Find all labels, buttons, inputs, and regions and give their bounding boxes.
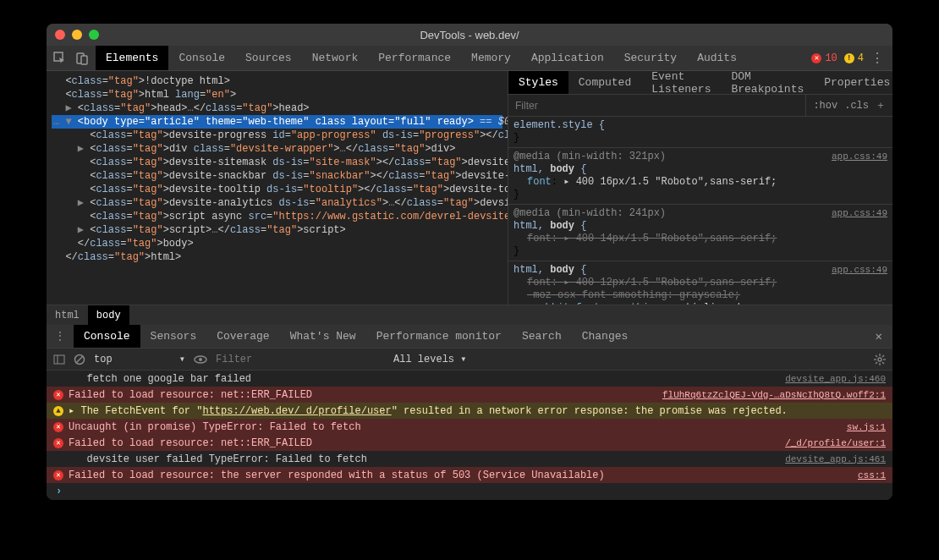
console-input-row[interactable]: ›: [47, 483, 892, 500]
dom-node[interactable]: <class="tag">devsite-tooltip ds-is="tool…: [52, 183, 502, 196]
svg-rect-3: [54, 355, 64, 364]
tab-memory[interactable]: Memory: [461, 46, 521, 70]
console-row[interactable]: ✕Failed to load resource: net::ERR_FAILE…: [47, 435, 892, 451]
drawer-close-icon[interactable]: ✕: [865, 329, 892, 343]
log-levels-selector[interactable]: All levels ▾: [393, 353, 466, 365]
console-settings-icon[interactable]: [874, 354, 886, 365]
rule-source-link[interactable]: app.css:49: [832, 151, 887, 163]
styles-panel: StylesComputedEvent ListenersDOM Breakpo…: [508, 71, 892, 305]
sidebar-toggle-icon[interactable]: [53, 354, 65, 365]
dom-node[interactable]: <class="tag">devsite-snackbar ds-is="sna…: [52, 169, 502, 183]
svg-line-14: [876, 355, 877, 357]
drawer-tab-changes[interactable]: Changes: [572, 325, 639, 348]
tab-sources[interactable]: Sources: [235, 46, 302, 70]
tab-audits[interactable]: Audits: [687, 46, 747, 70]
more-menu-icon[interactable]: ⋮: [870, 50, 884, 67]
drawer: ⋮ ConsoleSensorsCoverageWhat's NewPerfor…: [47, 325, 892, 500]
message-source-link[interactable]: css:1: [858, 470, 886, 480]
drawer-tabs: ⋮ ConsoleSensorsCoverageWhat's NewPerfor…: [47, 325, 892, 349]
clear-console-icon[interactable]: [74, 354, 85, 365]
crumb-body[interactable]: body: [88, 305, 129, 325]
device-toggle-icon[interactable]: [75, 52, 89, 65]
tab-console[interactable]: Console: [168, 46, 235, 70]
new-rule-button[interactable]: ＋: [876, 98, 886, 113]
svg-point-9: [878, 358, 881, 361]
dom-node[interactable]: <class="tag">script async src="https://w…: [52, 210, 502, 223]
css-rule[interactable]: app.css:49@media (min-width: 241px)html,…: [508, 205, 892, 261]
console-row[interactable]: ✕Failed to load resource: the server res…: [47, 467, 892, 483]
css-rules-list[interactable]: element.style {}app.css:49@media (min-wi…: [508, 117, 892, 305]
styles-tab-event-listeners[interactable]: Event Listeners: [641, 71, 721, 94]
drawer-tab-search[interactable]: Search: [512, 325, 572, 348]
tab-application[interactable]: Application: [521, 46, 614, 70]
crumb-html[interactable]: html: [47, 305, 88, 325]
dom-node[interactable]: <class="tag">devsite-progress id="app-pr…: [52, 129, 502, 142]
drawer-tab-coverage[interactable]: Coverage: [206, 325, 279, 348]
styles-tab-properties[interactable]: Properties: [814, 71, 892, 94]
drawer-tab-what-s-new[interactable]: What's New: [280, 325, 366, 348]
message-source-link[interactable]: flUhRq6tzZclQEJ-Vdg-…aDsNcIhQ8tQ.woff2:1: [662, 390, 886, 400]
styles-tab-computed[interactable]: Computed: [568, 71, 641, 94]
dom-node[interactable]: ▶ <class="tag">script>…</class="tag">scr…: [52, 223, 502, 237]
error-icon: ✕: [53, 422, 63, 432]
elements-tree-panel[interactable]: <class="tag">!doctype html> <class="tag"…: [47, 71, 508, 305]
error-icon: ✕: [53, 470, 63, 480]
tab-security[interactable]: Security: [614, 46, 687, 70]
dom-node[interactable]: <class="tag">!doctype html>: [52, 74, 502, 88]
styles-tab-dom-breakpoints[interactable]: DOM Breakpoints: [721, 71, 814, 94]
dom-node[interactable]: <class="tag">devsite-sitemask ds-is="sit…: [52, 156, 502, 169]
drawer-tab-sensors[interactable]: Sensors: [140, 325, 207, 348]
dom-node[interactable]: </class="tag">html>: [52, 250, 502, 264]
minimize-window-button[interactable]: [72, 30, 82, 40]
main-toolbar: ElementsConsoleSourcesNetworkPerformance…: [47, 46, 892, 71]
cls-toggle[interactable]: .cls: [844, 100, 869, 112]
devtools-window: DevTools - web.dev/ ElementsConsoleSourc…: [47, 24, 892, 500]
console-toolbar: top ▾ All levels ▾: [47, 349, 892, 371]
rule-source-link[interactable]: app.css:49: [832, 207, 887, 220]
message-source-link[interactable]: devsite_app.js:461: [785, 454, 886, 464]
console-row[interactable]: ▲▸ The FetchEvent for "https://web.dev/_…: [47, 403, 892, 419]
dom-node[interactable]: ▶ <class="tag">div class="devsite-wrappe…: [52, 142, 502, 156]
svg-point-8: [199, 358, 202, 361]
console-row[interactable]: ✕Uncaught (in promise) TypeError: Failed…: [47, 419, 892, 435]
inspect-icon[interactable]: [53, 52, 67, 65]
svg-line-6: [76, 356, 83, 363]
context-selector[interactable]: top ▾: [94, 353, 185, 365]
css-rule[interactable]: app.css:49html, body {font: ▸ 400 12px/1…: [508, 261, 892, 305]
drawer-tab-console[interactable]: Console: [74, 325, 140, 348]
css-rule[interactable]: element.style {}: [508, 117, 892, 148]
error-count-badge[interactable]: ✕10: [811, 52, 837, 64]
warning-count-badge[interactable]: !4: [844, 52, 864, 64]
maximize-window-button[interactable]: [89, 30, 99, 40]
drawer-menu-icon[interactable]: ⋮: [47, 330, 74, 343]
traffic-lights: [55, 30, 99, 40]
titlebar: DevTools - web.dev/: [47, 24, 892, 46]
close-window-button[interactable]: [55, 30, 65, 40]
rule-source-link[interactable]: app.css:49: [832, 264, 887, 277]
tab-elements[interactable]: Elements: [96, 46, 168, 70]
css-rule[interactable]: app.css:49@media (min-width: 321px)html,…: [508, 148, 892, 205]
console-row[interactable]: ✕Failed to load resource: net::ERR_FAILE…: [47, 387, 892, 403]
console-filter-input[interactable]: [216, 354, 385, 365]
tab-performance[interactable]: Performance: [368, 46, 461, 70]
message-source-link[interactable]: devsite_app.js:460: [785, 374, 886, 384]
error-icon: ✕: [53, 438, 63, 448]
live-expression-icon[interactable]: [194, 354, 207, 365]
console-row[interactable]: devsite user failed TypeError: Failed to…: [47, 451, 892, 467]
drawer-tab-performance-monitor[interactable]: Performance monitor: [366, 325, 512, 348]
dom-node[interactable]: ▶ <class="tag">head>…</class="tag">head>: [52, 102, 502, 115]
console-messages[interactable]: fetch one google bar faileddevsite_app.j…: [47, 371, 892, 483]
styles-tab-styles[interactable]: Styles: [508, 71, 568, 94]
console-row[interactable]: fetch one google bar faileddevsite_app.j…: [47, 371, 892, 387]
tab-network[interactable]: Network: [302, 46, 369, 70]
dom-node[interactable]: <class="tag">html lang="en">: [52, 88, 502, 102]
message-source-link[interactable]: /_d/profile/user:1: [785, 438, 886, 448]
dom-node[interactable]: … ▼ <body type="article" theme="web-them…: [52, 115, 502, 129]
hov-toggle[interactable]: :hov: [813, 100, 837, 112]
console-prompt-icon: ›: [53, 486, 62, 497]
dom-node[interactable]: </class="tag">body>: [52, 237, 502, 250]
dom-node[interactable]: ▶ <class="tag">devsite-analytics ds-is="…: [52, 196, 502, 210]
message-source-link[interactable]: sw.js:1: [847, 422, 886, 432]
styles-filter-input[interactable]: [508, 100, 805, 112]
main-tabs: ElementsConsoleSourcesNetworkPerformance…: [96, 46, 747, 70]
